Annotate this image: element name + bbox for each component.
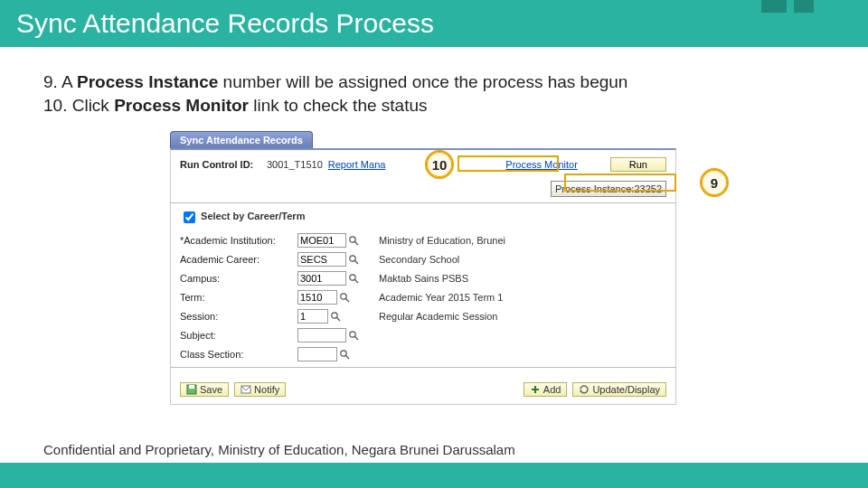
lookup-icon[interactable] <box>339 349 350 360</box>
institution-label: Academic Institution: <box>180 235 297 246</box>
step-9-bold: Process Instance <box>77 72 218 91</box>
footer-buttons-row: Save Notify Add Update/Display <box>180 373 666 397</box>
subject-input[interactable] <box>297 328 346 343</box>
add-icon <box>530 384 541 395</box>
update-display-button[interactable]: Update/Display <box>572 382 666 397</box>
career-input[interactable] <box>297 252 346 267</box>
notify-label: Notify <box>254 384 279 395</box>
svg-point-6 <box>341 294 346 299</box>
svg-point-4 <box>350 275 355 280</box>
lookup-icon[interactable] <box>348 235 359 246</box>
subject-label: Subject: <box>180 330 297 341</box>
save-button[interactable]: Save <box>180 382 229 397</box>
add-button[interactable]: Add <box>524 382 568 397</box>
select-by-career-checkbox[interactable] <box>184 211 195 223</box>
svg-line-9 <box>337 318 341 322</box>
divider <box>171 202 675 203</box>
process-instance-value: 23252 <box>634 183 662 194</box>
save-label: Save <box>200 384 222 395</box>
svg-point-0 <box>350 237 355 242</box>
session-label: Session: <box>180 311 297 322</box>
step-10-suffix: link to check the status <box>249 96 428 115</box>
title-accent-1 <box>761 0 787 13</box>
career-desc: Secondary School <box>379 254 587 265</box>
add-label: Add <box>543 384 561 395</box>
footer-bar <box>0 463 868 488</box>
select-by-career-label: Select by Career/Term <box>201 211 305 221</box>
slide-title: Sync Attendance Records Process <box>16 8 434 39</box>
step-10: 10. Click Process Monitor link to check … <box>43 96 825 116</box>
form-panel: Run Control ID: 3001_T1510 Report Mana P… <box>170 148 676 405</box>
report-manager-link[interactable]: Report Mana <box>328 159 386 170</box>
svg-line-11 <box>355 337 359 341</box>
notify-button[interactable]: Notify <box>234 382 286 397</box>
run-button[interactable]: Run <box>610 157 666 172</box>
select-by-career-row: Select by Career/Term <box>180 209 666 226</box>
confidential-footer: Confidential and Proprietary, Ministry o… <box>43 442 515 457</box>
lookup-icon[interactable] <box>348 330 359 341</box>
lookup-icon[interactable] <box>330 311 341 322</box>
slide-title-bar: Sync Attendance Records Process <box>0 0 868 47</box>
run-control-label: Run Control ID: <box>180 159 261 170</box>
title-accent-2 <box>794 0 814 13</box>
institution-desc: Ministry of Education, Brunei <box>379 235 587 246</box>
step-10-bold: Process Monitor <box>114 96 249 115</box>
lookup-icon[interactable] <box>348 254 359 265</box>
callout-9: 9 <box>700 168 729 197</box>
step-9: 9. A Process Instance number will be ass… <box>43 72 825 92</box>
institution-input[interactable] <box>297 233 346 248</box>
callout-10: 10 <box>425 150 454 179</box>
campus-desc: Maktab Sains PSBS <box>379 273 587 284</box>
process-instance-box: Process Instance:23252 <box>551 181 666 197</box>
page-tab[interactable]: Sync Attendance Records <box>170 131 313 148</box>
slide-content: 9. A Process Instance number will be ass… <box>0 47 868 408</box>
svg-line-3 <box>355 261 359 265</box>
class-section-input[interactable] <box>297 347 337 361</box>
step-10-prefix: 10. Click <box>43 96 114 115</box>
svg-point-10 <box>350 332 355 337</box>
session-desc: Regular Academic Session <box>379 311 587 322</box>
svg-line-7 <box>346 299 350 303</box>
svg-line-1 <box>355 242 359 246</box>
svg-point-12 <box>341 351 346 356</box>
form-grid: Academic Institution: Ministry of Educat… <box>180 233 666 361</box>
process-instance-label: Process Instance: <box>555 183 634 194</box>
step-9-suffix: number will be assigned once the process… <box>218 72 627 91</box>
run-control-value: 3001_T1510 <box>267 159 323 170</box>
lookup-icon[interactable] <box>348 273 359 284</box>
term-input[interactable] <box>297 290 337 305</box>
career-label: Academic Career: <box>180 254 297 265</box>
svg-rect-15 <box>189 385 194 389</box>
class-section-label: Class Section: <box>180 349 297 360</box>
lookup-icon[interactable] <box>339 292 350 303</box>
save-icon <box>186 384 197 395</box>
notify-icon <box>241 384 251 395</box>
term-desc: Academic Year 2015 Term 1 <box>379 292 587 303</box>
term-label: Term: <box>180 292 297 303</box>
svg-line-5 <box>355 280 359 284</box>
svg-point-2 <box>350 256 355 261</box>
update-display-label: Update/Display <box>592 384 660 395</box>
campus-input[interactable] <box>297 271 346 286</box>
campus-label: Campus: <box>180 273 297 284</box>
run-control-row: Run Control ID: 3001_T1510 Report Mana P… <box>180 157 666 172</box>
step-9-prefix: 9. A <box>43 72 77 91</box>
divider <box>171 367 675 368</box>
svg-point-8 <box>332 313 337 318</box>
update-icon <box>579 384 590 395</box>
svg-line-13 <box>346 356 350 360</box>
session-input[interactable] <box>297 309 328 324</box>
process-monitor-link[interactable]: Process Monitor <box>505 159 577 170</box>
embedded-screenshot: Sync Attendance Records Run Control ID: … <box>170 128 731 408</box>
